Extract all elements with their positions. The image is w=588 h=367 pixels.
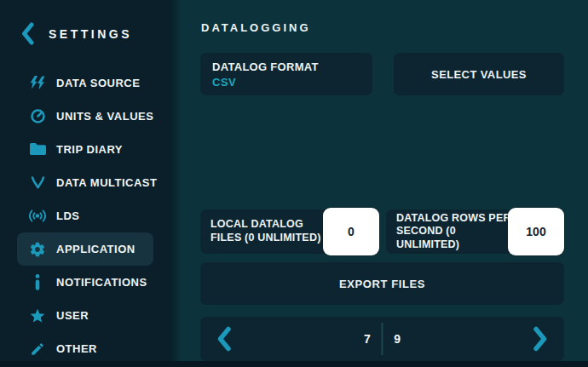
sidebar-item-label: TRIP DIARY: [56, 143, 123, 156]
sidebar-item-trip-diary[interactable]: TRIP DIARY: [17, 133, 153, 166]
settings-title: SETTINGS: [49, 27, 132, 41]
sidebar-item-lds[interactable]: LDS: [17, 199, 153, 232]
gear-icon: [27, 241, 48, 258]
datalog-format-value: CSV: [212, 76, 372, 89]
current-page: 7: [364, 332, 371, 346]
sidebar-item-data-source[interactable]: DATA SOURCE: [17, 66, 153, 100]
sidebar-item-label: USER: [56, 309, 89, 322]
local-datalog-files-input[interactable]: 0: [323, 208, 379, 255]
sidebar-item-label: UNITS & VALUES: [56, 110, 153, 123]
datalog-rows-per-second-field: DATALOG ROWS PER SECOND (0 UNLIMITED) 10…: [386, 209, 564, 254]
broadcast-icon: [27, 209, 48, 222]
bottom-edge-strip: [0, 361, 588, 367]
previous-page-button[interactable]: [216, 326, 233, 352]
sidebar-item-data-multicast[interactable]: DATA MULTICAST: [17, 166, 153, 199]
chevron-right-icon[interactable]: [532, 326, 549, 352]
datalog-format-button[interactable]: DATALOG FORMAT CSV: [200, 53, 372, 95]
page-divider: [382, 323, 383, 355]
next-page-button[interactable]: [532, 326, 549, 352]
sidebar-item-user[interactable]: USER: [17, 299, 153, 332]
sidebar-item-label: APPLICATION: [56, 243, 135, 255]
local-datalog-files-field: LOCAL DATALOG FILES (0 UNLIMITED) 0: [200, 209, 379, 254]
star-icon: [27, 307, 48, 324]
local-datalog-files-label: LOCAL DATALOG FILES (0 UNLIMITED): [210, 218, 331, 244]
settings-screen: SETTINGS DATA SOURCE: [0, 0, 588, 367]
section-title: DATALOGGING: [201, 21, 311, 34]
pencil-icon: [27, 341, 48, 357]
datalogging-panel: DATALOGGING DATALOG FORMAT CSV SELECT VA…: [200, 0, 564, 361]
export-files-button[interactable]: EXPORT FILES: [200, 262, 564, 305]
datalog-rows-per-second-input[interactable]: 100: [508, 208, 564, 255]
sidebar-item-label: NOTIFICATIONS: [56, 276, 147, 289]
datalog-format-label: DATALOG FORMAT: [212, 60, 372, 73]
sidebar-item-label: OTHER: [56, 342, 97, 355]
pagination-bar: 7 9: [200, 317, 564, 361]
gauge-icon: [27, 108, 48, 124]
sidebar-item-label: LDS: [56, 209, 80, 222]
sidebar-item-units-values[interactable]: UNITS & VALUES: [17, 100, 153, 133]
select-values-button[interactable]: SELECT VALUES: [394, 53, 564, 95]
export-files-label: EXPORT FILES: [339, 278, 425, 290]
sidebar-item-notifications[interactable]: NOTIFICATIONS: [17, 266, 153, 299]
chevron-left-icon[interactable]: [20, 22, 35, 45]
back-to-settings-button[interactable]: SETTINGS: [0, 0, 170, 45]
sidebar-item-label: DATA SOURCE: [56, 77, 140, 89]
page-indicator: 7 9: [364, 317, 401, 361]
sidebar-item-application[interactable]: APPLICATION: [17, 232, 153, 266]
multicast-icon: [27, 176, 48, 190]
select-values-label: SELECT VALUES: [431, 68, 527, 81]
info-icon: [27, 274, 48, 290]
folder-icon: [27, 143, 48, 156]
total-pages: 9: [394, 332, 401, 346]
lightning-icon: [27, 76, 48, 90]
sidebar: SETTINGS DATA SOURCE: [0, 0, 170, 361]
sidebar-item-label: DATA MULTICAST: [56, 176, 157, 189]
datalog-rows-per-second-label: DATALOG ROWS PER SECOND (0 UNLIMITED): [396, 212, 511, 252]
sidebar-nav: DATA SOURCE UNITS & VALUES TRIP DIA: [0, 66, 170, 365]
chevron-left-icon[interactable]: [216, 326, 233, 352]
